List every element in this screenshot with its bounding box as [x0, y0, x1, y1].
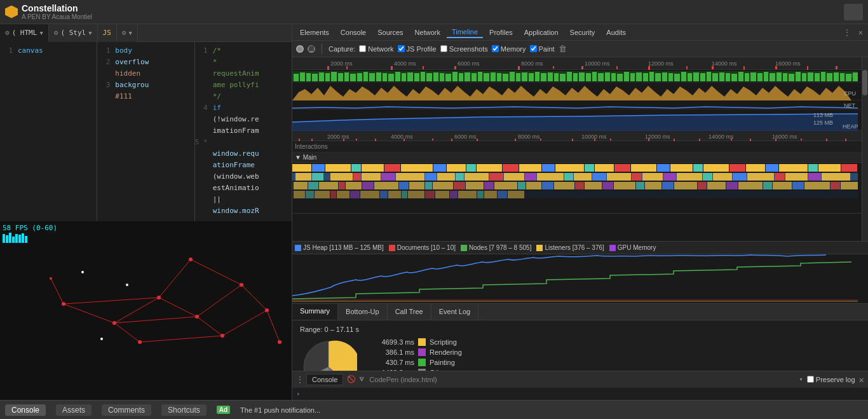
svg-rect-88 [510, 72, 515, 81]
tab-css[interactable]: ⚙ ( Styl ▼ [49, 24, 98, 42]
svg-rect-204 [746, 164, 765, 172]
tab-event-log[interactable]: Event Log [431, 303, 479, 320]
console-tab[interactable]: Console [306, 374, 343, 385]
console-path: CodePen (index.html) [369, 376, 795, 383]
svg-rect-212 [312, 173, 323, 181]
nav-audits[interactable]: Audits [601, 27, 631, 38]
minimize-button[interactable] [844, 4, 863, 20]
nav-console[interactable]: Console [336, 27, 371, 38]
svg-rect-163 [432, 139, 433, 141]
filter-icon[interactable]: ⛛ [358, 375, 365, 383]
nav-elements[interactable]: Elements [295, 27, 334, 38]
svg-rect-74 [421, 72, 425, 81]
css-editor[interactable]: 1 body 2 overflow hidden 3 backgrou [97, 42, 194, 221]
console-status-button[interactable]: Console [5, 404, 46, 416]
tab-js[interactable]: JS [98, 24, 117, 42]
tab-js2[interactable]: ⚙ ▼ [117, 24, 138, 42]
nav-security[interactable]: Security [565, 27, 600, 38]
svg-rect-175 [750, 139, 751, 141]
svg-rect-250 [399, 182, 409, 189]
code-line: 3 backgrou [97, 79, 194, 90]
svg-rect-290 [402, 191, 407, 198]
svg-line-2 [159, 259, 191, 298]
svg-rect-172 [674, 139, 675, 141]
svg-rect-61 [338, 73, 343, 81]
console-more-icon[interactable]: ⋮ [296, 375, 304, 384]
js-editor[interactable]: 1 /* * requestAnim ame pollyfi [195, 42, 292, 221]
record-button[interactable] [296, 45, 304, 53]
code-token: requestAnim [213, 69, 259, 78]
preserve-log-label[interactable]: Preserve log [807, 376, 855, 383]
app-title: Constellation [22, 3, 92, 13]
svg-rect-211 [295, 173, 311, 181]
svg-rect-131 [783, 73, 787, 81]
scroll-thumb[interactable] [862, 70, 867, 95]
svg-rect-159 [343, 139, 344, 141]
close-devtools-icon[interactable]: ✕ [856, 27, 865, 38]
scripting-color [418, 338, 426, 346]
nav-application[interactable]: Application [519, 27, 564, 38]
interactions-row: Interactions [292, 141, 868, 153]
svg-rect-292 [425, 191, 435, 198]
nav-sources[interactable]: Sources [372, 27, 408, 38]
svg-rect-71 [402, 73, 406, 81]
comments-status-button[interactable]: Comments [102, 404, 151, 416]
svg-rect-299 [508, 191, 524, 198]
network-checkbox[interactable]: Network [359, 45, 393, 53]
svg-rect-266 [636, 182, 644, 189]
code-token: ame pollyfi [213, 81, 259, 89]
svg-rect-123 [731, 74, 737, 81]
screenshots-checkbox[interactable]: Screenshots [440, 45, 488, 53]
svg-rect-260 [542, 182, 553, 189]
gear-icon: ⚙ [5, 29, 10, 37]
tab-call-tree[interactable]: Call Tree [388, 303, 431, 320]
svg-rect-108 [636, 72, 642, 81]
code-line: 1 canvas [0, 45, 97, 56]
svg-rect-191 [503, 164, 519, 172]
nav-profiles[interactable]: Profiles [484, 27, 518, 38]
svg-point-20 [138, 340, 142, 344]
svg-rect-198 [631, 164, 656, 172]
svg-point-21 [195, 315, 199, 319]
timeline-scrollbar[interactable] [862, 57, 868, 241]
svg-rect-139 [834, 72, 839, 81]
svg-rect-116 [688, 73, 692, 81]
console-close-button[interactable]: ✕ [859, 374, 864, 385]
capture-label: Capture: [329, 45, 355, 53]
svg-rect-69 [388, 74, 394, 81]
stop-button[interactable]: ⬛ [308, 45, 315, 53]
jsprofil-checkbox[interactable]: JS Profile [398, 45, 437, 53]
svg-rect-240 [808, 173, 821, 181]
assets-status-button[interactable]: Assets [56, 404, 92, 416]
svg-rect-65 [363, 72, 368, 81]
svg-rect-265 [614, 182, 635, 189]
console-dropdown-arrow[interactable]: ▾ [799, 375, 803, 383]
clear-button[interactable]: 🗑 [559, 44, 567, 53]
svg-rect-187 [433, 164, 446, 172]
tab-bottom-up[interactable]: Bottom-Up [338, 303, 388, 320]
paint-checkbox[interactable]: Paint [530, 45, 555, 53]
nav-timeline[interactable]: Timeline [447, 27, 483, 38]
nav-network[interactable]: Network [410, 27, 445, 38]
svg-rect-129 [770, 73, 775, 81]
bottom-tabs: Summary Bottom-Up Call Tree Event Log [292, 304, 868, 320]
tab-html-label: ( HTML [12, 29, 37, 37]
svg-rect-72 [407, 72, 413, 81]
svg-rect-58 [319, 72, 324, 81]
summary-legend: 4699.3 ms Scripting 386.1 ms Rendering 4… [370, 338, 462, 371]
code-line: #111 [97, 90, 194, 102]
tab-css-label: ( Styl [60, 29, 86, 37]
svg-rect-52 [836, 66, 837, 69]
tab-summary[interactable]: Summary [292, 303, 338, 320]
svg-rect-285 [337, 191, 349, 198]
shortcuts-status-button[interactable]: Shortcuts [161, 404, 207, 416]
svg-rect-227 [574, 173, 592, 181]
tab-html[interactable]: ⚙ ( HTML ▼ [0, 24, 49, 42]
svg-text:NET: NET [844, 102, 856, 109]
more-icon[interactable]: ⋮ [841, 27, 853, 38]
memory-checkbox[interactable]: Memory [492, 45, 526, 53]
html-editor[interactable]: 1 canvas [0, 42, 97, 221]
ban-icon[interactable]: 🚫 [347, 375, 356, 383]
svg-rect-56 [306, 73, 311, 81]
svg-rect-117 [693, 72, 699, 81]
